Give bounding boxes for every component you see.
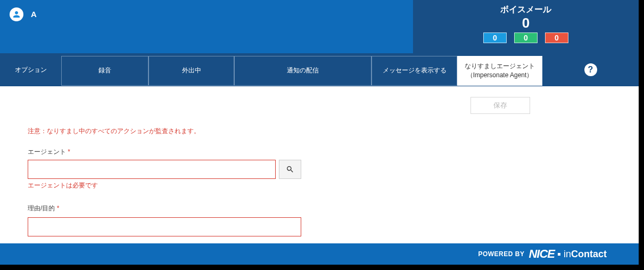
tab-away[interactable]: 外出中 [148, 56, 234, 86]
brand-in: in [564, 249, 571, 259]
nav-bar: オプション 録音 外出中 通知の配信 メッセージを表示する なりすましエージェン… [0, 53, 639, 86]
header-left: A [0, 0, 413, 53]
voicemail-title: ボイスメール [500, 4, 551, 15]
agent-label: エージェント * [28, 148, 611, 157]
agent-input[interactable] [28, 160, 276, 179]
content: 保存 注意：なりすまし中のすべてのアクションが監査されます。 エージェント * … [0, 86, 639, 243]
nav-tabs: 録音 外出中 通知の配信 メッセージを表示する なりすましエージェント（Impe… [61, 56, 542, 86]
user-label: A [31, 10, 37, 19]
tab-notification-delivery[interactable]: 通知の配信 [234, 56, 371, 86]
tab-recording[interactable]: 録音 [61, 56, 148, 86]
required-mark-2: * [57, 204, 60, 212]
voicemail-badges: 0 0 0 [483, 32, 568, 43]
brand-dot-icon [558, 253, 560, 256]
agent-error: エージェントは必要です [28, 181, 611, 190]
footer: POWERED BY NICE inContact [0, 243, 639, 265]
badge-red[interactable]: 0 [545, 32, 568, 43]
header: A ボイスメール 0 0 0 0 [0, 0, 639, 53]
agent-row [28, 160, 611, 179]
brand-contact: Contact [571, 249, 607, 259]
tab-impersonate-agent[interactable]: なりすましエージェント（Impersonate Agent） [457, 56, 542, 86]
badge-blue[interactable]: 0 [483, 32, 507, 43]
voicemail-panel: ボイスメール 0 0 0 0 [413, 0, 639, 53]
reason-label-text: 理由/目的 [28, 204, 55, 212]
search-button[interactable] [279, 160, 301, 179]
agent-label-text: エージェント [28, 148, 66, 156]
brand-logo: NICE inContact [529, 247, 607, 261]
required-mark: * [68, 148, 70, 156]
help-icon[interactable]: ? [584, 63, 597, 76]
voicemail-count: 0 [522, 15, 530, 30]
search-icon [286, 165, 294, 174]
powered-by-text: POWERED BY [478, 250, 524, 258]
nav-options-label: オプション [0, 66, 61, 75]
warning-text: 注意：なりすまし中のすべてのアクションが監査されます。 [28, 127, 611, 136]
reason-label: 理由/目的 * [28, 204, 611, 213]
brand-nice: NICE [529, 247, 555, 261]
reason-input[interactable] [28, 217, 301, 236]
tab-show-message[interactable]: メッセージを表示する [371, 56, 457, 86]
brand-incontact: inContact [564, 249, 607, 260]
save-button[interactable]: 保存 [470, 97, 530, 114]
badge-green[interactable]: 0 [514, 32, 538, 43]
avatar-icon[interactable] [10, 7, 23, 21]
